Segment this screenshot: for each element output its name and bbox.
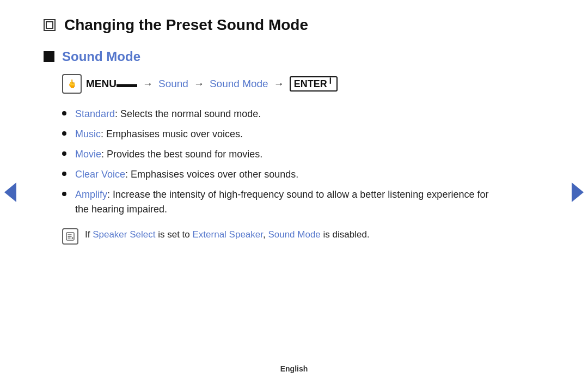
menu-icon: 🖕 (62, 74, 82, 94)
main-content: Changing the Preset Sound Mode Sound Mod… (0, 0, 534, 261)
bullet-dot (62, 131, 66, 136)
enter-icon: ENTER╵ (290, 76, 338, 92)
desc-amplify: : Increase the intensity of high-frequen… (75, 189, 488, 215)
list-item: Standard: Selects the normal sound mode. (62, 107, 490, 121)
arrow2: → (194, 78, 204, 90)
bullet-list: Standard: Selects the normal sound mode.… (62, 107, 490, 217)
list-item-text: Clear Voice: Emphasises voices over othe… (75, 167, 298, 182)
bullet-dot (62, 151, 66, 156)
bullet-dot (62, 192, 66, 196)
section-title: Sound Mode (62, 49, 140, 64)
svg-point-2 (72, 237, 74, 239)
list-item: Amplify: Increase the intensity of high-… (62, 187, 490, 217)
footer-text: English (280, 364, 308, 373)
list-item: Music: Emphasises music over voices. (62, 127, 490, 142)
finger-icon: 🖕 (67, 79, 77, 89)
desc-music: : Emphasises music over voices. (101, 129, 243, 139)
term-amplify: Amplify (75, 189, 107, 200)
bullet-dot (62, 111, 66, 115)
list-item-text: Amplify: Increase the intensity of high-… (75, 187, 490, 217)
list-item: Clear Voice: Emphasises voices over othe… (62, 167, 490, 182)
list-item: Movie: Provides the best sound for movie… (62, 147, 490, 162)
menu-sound-mode-link: Sound Mode (210, 78, 268, 90)
note-external-speaker: External Speaker (193, 229, 263, 240)
menu-bold-text: MENU▬▬ (86, 78, 137, 90)
desc-movie: : Provides the best sound for movies. (101, 149, 262, 160)
svg-rect-0 (46, 22, 53, 28)
note-row: If Speaker Select is set to External Spe… (62, 228, 490, 245)
note-speaker-select: Speaker Select (93, 229, 155, 240)
arrow3: → (274, 78, 284, 90)
list-item-text: Movie: Provides the best sound for movie… (75, 147, 262, 162)
term-music: Music (75, 129, 101, 139)
nav-right-button[interactable] (572, 182, 584, 202)
menu-path: 🖕 MENU▬▬ → Sound → Sound Mode → ENTER╵ (62, 74, 490, 94)
footer: English (0, 364, 588, 373)
list-item-text: Music: Emphasises music over voices. (75, 127, 243, 142)
arrow1: → (143, 78, 153, 90)
desc-clear-voice: : Emphasises voices over other sounds. (125, 169, 298, 180)
menu-sound-link: Sound (158, 78, 188, 90)
checkbox-icon (44, 19, 56, 31)
page-title: Changing the Preset Sound Mode (64, 16, 308, 34)
nav-left-button[interactable] (4, 182, 16, 202)
page-heading: Changing the Preset Sound Mode (44, 16, 490, 34)
note-sound-mode: Sound Mode (268, 229, 320, 240)
term-clear-voice: Clear Voice (75, 169, 125, 180)
bullet-dot (62, 172, 66, 176)
note-text: If Speaker Select is set to External Spe… (85, 228, 370, 242)
term-movie: Movie (75, 149, 101, 160)
term-standard: Standard (75, 108, 115, 119)
note-icon (62, 228, 78, 245)
section-heading: Sound Mode (44, 49, 490, 64)
desc-standard: : Selects the normal sound mode. (115, 108, 261, 119)
list-item-text: Standard: Selects the normal sound mode. (75, 107, 261, 121)
black-square-icon (44, 51, 54, 62)
